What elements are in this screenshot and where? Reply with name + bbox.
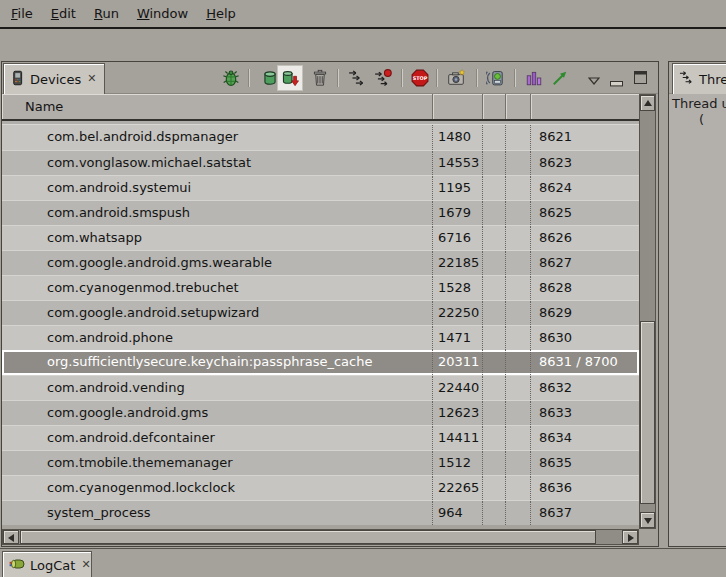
screen-capture-icon[interactable] bbox=[447, 69, 465, 87]
horizontal-scrollbar[interactable] bbox=[2, 529, 639, 545]
process-status-cell bbox=[505, 276, 530, 300]
vertical-scroll-thumb[interactable] bbox=[640, 321, 655, 504]
stop-process-icon[interactable]: STOP bbox=[411, 69, 429, 87]
process-status-cell bbox=[482, 201, 505, 225]
process-pid: 1480 bbox=[432, 125, 482, 150]
process-status-cell bbox=[482, 125, 505, 150]
table-row[interactable]: com.tmobile.thememanager 1512 8635 bbox=[2, 450, 639, 475]
vertical-scrollbar[interactable] bbox=[639, 94, 656, 529]
process-name: system_process bbox=[2, 501, 432, 525]
table-row[interactable]: com.google.android.gms.wearable 22185 86… bbox=[2, 250, 639, 275]
update-threads-icon[interactable] bbox=[348, 69, 366, 87]
table-row[interactable]: com.vonglasow.michael.satstat 14553 8623 bbox=[2, 150, 639, 175]
start-method-profiling-icon[interactable] bbox=[374, 69, 392, 87]
column-divider[interactable] bbox=[505, 94, 506, 119]
process-status-cell bbox=[505, 451, 530, 475]
device-phone-icon bbox=[10, 70, 25, 89]
scroll-up-button[interactable] bbox=[640, 95, 655, 111]
minimize-icon[interactable] bbox=[610, 75, 623, 90]
column-header-name[interactable]: Name bbox=[2, 94, 639, 121]
process-pid: 1471 bbox=[432, 326, 482, 350]
scroll-right-button[interactable] bbox=[622, 530, 638, 544]
devices-tabstrip: Devices ✕ bbox=[2, 62, 658, 94]
maximize-icon[interactable] bbox=[634, 71, 647, 87]
scroll-down-button[interactable] bbox=[640, 512, 655, 528]
table-row[interactable]: com.android.vending 22440 8632 bbox=[2, 375, 639, 400]
opengl-trace-icon[interactable] bbox=[551, 69, 569, 87]
process-status-cell bbox=[505, 401, 530, 425]
debug-process-icon[interactable] bbox=[222, 69, 240, 87]
table-row[interactable]: com.google.android.setupwizard 22250 862… bbox=[2, 300, 639, 325]
process-port: 8637 bbox=[530, 501, 639, 525]
table-row[interactable]: com.bel.android.dspmanager 1480 8621 bbox=[2, 125, 639, 150]
threads-content: Thread up ( bbox=[669, 94, 726, 546]
process-status-cell bbox=[505, 426, 530, 450]
devices-panel: Devices ✕ bbox=[1, 61, 659, 547]
process-port: 8623 bbox=[530, 151, 639, 175]
threads-message-line2: ( bbox=[699, 112, 726, 128]
process-status-cell bbox=[482, 326, 505, 350]
process-status-cell bbox=[505, 226, 530, 250]
table-row[interactable]: com.cyanogenmod.trebuchet 1528 8628 bbox=[2, 275, 639, 300]
table-row[interactable]: com.google.android.gms 12623 8633 bbox=[2, 400, 639, 425]
process-status-cell bbox=[482, 376, 505, 400]
toolbar-separator bbox=[436, 69, 437, 87]
process-name: com.vonglasow.michael.satstat bbox=[2, 151, 432, 175]
process-port: 8633 bbox=[530, 401, 639, 425]
process-status-cell bbox=[505, 501, 530, 525]
process-name: com.whatsapp bbox=[2, 226, 432, 250]
process-status-cell bbox=[482, 301, 505, 325]
tab-devices-close-icon[interactable]: ✕ bbox=[87, 73, 96, 85]
table-row[interactable]: system_process 964 8637 bbox=[2, 500, 639, 525]
table-row[interactable]: com.android.smspush 1679 8625 bbox=[2, 200, 639, 225]
tab-threads-label: Threads bbox=[699, 72, 726, 87]
menu-item-window[interactable]: Window bbox=[128, 0, 197, 27]
process-status-cell bbox=[482, 451, 505, 475]
svg-text:STOP: STOP bbox=[413, 75, 428, 81]
table-row[interactable]: com.whatsapp 6716 8626 bbox=[2, 225, 639, 250]
horizontal-scroll-thumb[interactable] bbox=[20, 530, 596, 544]
column-divider[interactable] bbox=[482, 94, 483, 119]
tab-logcat-label: LogCat bbox=[30, 558, 75, 573]
tab-logcat-close-icon[interactable]: ✕ bbox=[81, 559, 90, 571]
tab-devices[interactable]: Devices ✕ bbox=[3, 63, 105, 94]
process-name: com.android.defcontainer bbox=[2, 426, 432, 450]
process-status-cell bbox=[482, 251, 505, 275]
tab-logcat[interactable]: LogCat ✕ bbox=[2, 551, 92, 577]
process-name: com.cyanogenmod.trebuchet bbox=[2, 276, 432, 300]
system-info-icon[interactable] bbox=[525, 69, 543, 87]
process-status-cell bbox=[505, 376, 530, 400]
threads-icon bbox=[679, 70, 694, 88]
process-pid: 1512 bbox=[432, 451, 482, 475]
process-status-cell bbox=[505, 176, 530, 200]
process-port: 8630 bbox=[530, 326, 639, 350]
threads-panel: Threads Thread up ( bbox=[668, 61, 726, 547]
process-port: 8628 bbox=[530, 276, 639, 300]
process-status-cell bbox=[482, 501, 505, 525]
menu-item-run[interactable]: Run bbox=[85, 0, 128, 27]
process-port: 8621 bbox=[530, 125, 639, 150]
table-row[interactable]: org.sufficientlysecure.keychain:passphra… bbox=[2, 350, 639, 375]
view-menu-icon[interactable] bbox=[588, 73, 600, 88]
menu-item-edit[interactable]: Edit bbox=[42, 0, 85, 27]
tab-threads[interactable]: Threads bbox=[672, 63, 726, 94]
process-pid: 1679 bbox=[432, 201, 482, 225]
process-name: com.tmobile.thememanager bbox=[2, 451, 432, 475]
process-pid: 22185 bbox=[432, 251, 482, 275]
column-divider[interactable] bbox=[432, 94, 433, 119]
dump-hprof-icon[interactable] bbox=[281, 69, 299, 87]
menu-item-help[interactable]: Help bbox=[197, 0, 245, 27]
table-row[interactable]: com.android.systemui 1195 8624 bbox=[2, 175, 639, 200]
menu-item-file[interactable]: File bbox=[2, 0, 42, 27]
table-row[interactable]: com.cyanogenmod.lockclock 22265 8636 bbox=[2, 475, 639, 500]
scroll-left-button[interactable] bbox=[3, 530, 19, 544]
column-divider[interactable] bbox=[530, 94, 531, 119]
process-pid: 20311 bbox=[432, 350, 482, 375]
table-row[interactable]: com.android.phone 1471 8630 bbox=[2, 325, 639, 350]
process-pid: 22265 bbox=[432, 476, 482, 500]
ui-automator-icon[interactable] bbox=[486, 69, 504, 87]
process-table-body: com.bel.android.dspmanager 1480 8621 com… bbox=[2, 125, 639, 525]
cause-gc-icon[interactable] bbox=[311, 69, 329, 87]
process-pid: 22440 bbox=[432, 376, 482, 400]
table-row[interactable]: com.android.defcontainer 14411 8634 bbox=[2, 425, 639, 450]
